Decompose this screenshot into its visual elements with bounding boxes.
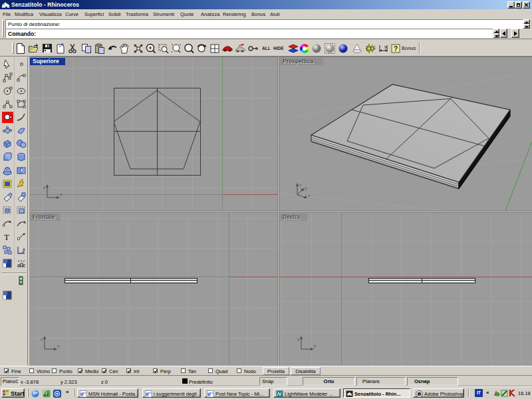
svg-text:z: z xyxy=(41,336,43,342)
svg-text:z: z xyxy=(297,336,299,342)
svg-text:y: y xyxy=(314,343,317,348)
svg-text:y: y xyxy=(305,186,307,191)
svg-text:x: x xyxy=(308,193,311,198)
svg-text:e: e xyxy=(146,390,149,398)
svg-text:9: 9 xyxy=(384,45,387,49)
svg-text:e: e xyxy=(207,390,211,398)
svg-text:?: ? xyxy=(394,45,398,53)
svg-text:e: e xyxy=(80,390,84,398)
svg-text:x: x xyxy=(57,343,60,348)
svg-text:z: z xyxy=(299,182,301,188)
svg-text:y: y xyxy=(43,185,46,190)
svg-text:T: T xyxy=(4,232,9,242)
svg-text:x: x xyxy=(60,192,63,197)
